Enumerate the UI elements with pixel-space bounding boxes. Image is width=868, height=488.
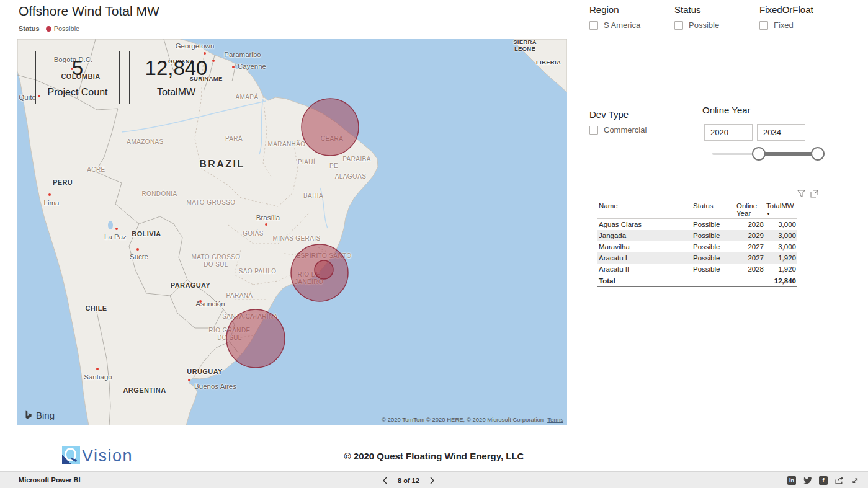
checkbox-commercial[interactable] <box>589 126 598 135</box>
slicer-region: Region S America <box>589 4 640 30</box>
cell-totalmw: 3,000 <box>765 230 797 241</box>
slicer-status: Status Possible <box>674 4 719 30</box>
table-header-row[interactable]: Name Status Online Year TotalMW ▼ <box>597 200 797 219</box>
cell-name: Maravilha <box>597 241 692 252</box>
card-project-count[interactable]: 5 Project Count <box>35 51 120 104</box>
cell-status: Possible <box>692 230 735 241</box>
slider-handle-to[interactable] <box>811 147 825 161</box>
map-visual[interactable]: COLOMBIAGUYANASURINAMEPERUBOLIVIABRAZILP… <box>17 39 567 425</box>
focus-mode-icon[interactable] <box>810 190 818 198</box>
facebook-icon[interactable]: f <box>819 476 828 485</box>
cell-year: 2028 <box>735 264 765 275</box>
cell-year: 2027 <box>735 241 765 252</box>
checkbox-possible[interactable] <box>674 21 683 30</box>
col-header-status[interactable]: Status <box>692 200 735 219</box>
chevron-right-icon <box>429 476 436 485</box>
checkbox-label: Possible <box>689 20 719 30</box>
table-total-row: Total 12,840 <box>597 275 797 287</box>
cell-totalmw: 3,000 <box>765 219 797 231</box>
slicer-fixedorfloat: FixedOrFloat Fixed <box>759 4 813 30</box>
cell-totalmw: 1,920 <box>765 264 797 275</box>
slicer-title: FixedOrFloat <box>759 4 813 15</box>
attribution-text: © 2020 TomTom © 2020 HERE, © 2020 Micros… <box>382 416 544 423</box>
sort-desc-icon[interactable]: ▼ <box>766 211 796 216</box>
cell-totalmw: 3,000 <box>765 241 797 252</box>
slicer-option[interactable]: Commercial <box>589 125 647 135</box>
card-total-mw[interactable]: 12,840 TotalMW <box>129 51 223 104</box>
chevron-left-icon <box>382 476 388 485</box>
cell-name: Aguas Claras <box>597 219 692 231</box>
table-toolbar <box>797 190 818 198</box>
slicer-option[interactable]: Fixed <box>759 20 813 30</box>
slicer-dev-type: Dev Type Commercial <box>589 109 647 135</box>
bing-logo[interactable]: Bing <box>24 410 55 420</box>
slider-title: Online Year <box>702 105 751 115</box>
col-header-online-year[interactable]: Online Year <box>735 200 765 219</box>
bing-label: Bing <box>36 410 55 420</box>
checkbox-label: Fixed <box>774 20 794 30</box>
legend-dot-icon <box>46 26 51 32</box>
table-row[interactable]: Aguas ClarasPossible20283,000 <box>597 219 797 231</box>
legend-item-label: Possible <box>54 25 80 32</box>
cell-name: Jangada <box>597 230 692 241</box>
filter-icon[interactable] <box>797 190 805 198</box>
map-bubble[interactable] <box>302 99 359 156</box>
total-label: Total <box>597 275 692 287</box>
year-from-input[interactable]: 2020 <box>704 124 753 141</box>
share-icons: in f <box>787 472 859 488</box>
linkedin-icon[interactable]: in <box>787 476 796 485</box>
qvision-logo: Vision <box>62 446 133 464</box>
twitter-icon[interactable] <box>803 476 812 485</box>
projects-table[interactable]: Name Status Online Year TotalMW ▼ Aguas … <box>597 200 797 287</box>
col-header-label: TotalMW <box>766 202 794 210</box>
cell-year: 2029 <box>735 230 765 241</box>
cell-status: Possible <box>692 252 735 264</box>
checkbox-s-america[interactable] <box>589 21 598 30</box>
cell-status: Possible <box>692 264 735 275</box>
bing-icon <box>24 410 33 420</box>
powerbi-brand: Microsoft Power BI <box>19 476 81 484</box>
cell-name: Aracatu I <box>597 252 692 264</box>
copyright-text: © 2020 Quest Floating Wind Energy, LLC <box>344 451 524 461</box>
slicer-option[interactable]: Possible <box>674 20 719 30</box>
slicer-title: Status <box>674 4 719 15</box>
table-row[interactable]: Aracatu IIPossible20281,920 <box>597 264 797 275</box>
slicer-option[interactable]: S America <box>589 20 640 30</box>
map-bubble[interactable] <box>315 260 333 279</box>
map-attribution: © 2020 TomTom © 2020 HERE, © 2020 Micros… <box>382 416 563 423</box>
legend-title: Status <box>19 25 40 32</box>
page-navigation: 8 of 12 <box>382 472 436 488</box>
map-legend: Status Possible <box>19 25 79 32</box>
slicer-title: Dev Type <box>589 109 647 120</box>
card-label: Project Count <box>36 87 119 98</box>
checkbox-label: Commercial <box>604 125 647 135</box>
cell-status: Possible <box>692 241 735 252</box>
resize-diagonal-icon[interactable] <box>851 476 859 485</box>
next-page-button[interactable] <box>429 476 436 485</box>
cell-name: Aracatu II <box>597 264 692 275</box>
table-row[interactable]: JangadaPossible20293,000 <box>597 230 797 241</box>
slider-track-active[interactable] <box>759 152 818 156</box>
total-value: 12,840 <box>765 275 797 287</box>
table-row[interactable]: MaravilhaPossible20273,000 <box>597 241 797 252</box>
terms-link[interactable]: Terms <box>547 416 563 423</box>
card-value: 12,840 <box>130 56 223 80</box>
table-row[interactable]: Aracatu IPossible20271,920 <box>597 252 797 264</box>
map-bubble[interactable] <box>226 309 285 368</box>
prev-page-button[interactable] <box>382 476 388 485</box>
year-to-input[interactable]: 2034 <box>757 124 805 141</box>
cell-year: 2027 <box>735 252 765 264</box>
col-header-totalmw[interactable]: TotalMW ▼ <box>765 200 797 219</box>
card-value: 5 <box>36 56 119 80</box>
qvision-logo-text: Vision <box>82 448 133 464</box>
page-indicator: 8 of 12 <box>398 477 419 484</box>
page-title: Offshore Wind Total MW <box>19 4 159 19</box>
slider-handle-from[interactable] <box>752 147 766 161</box>
powerbi-bottom-bar: Microsoft Power BI 8 of 12 in f <box>0 471 868 488</box>
share-icon[interactable] <box>834 476 844 485</box>
checkbox-fixed[interactable] <box>759 21 768 30</box>
cell-totalmw: 1,920 <box>765 252 797 264</box>
col-header-name[interactable]: Name <box>597 200 692 219</box>
checkbox-label: S America <box>604 20 640 30</box>
cell-status: Possible <box>692 219 735 231</box>
